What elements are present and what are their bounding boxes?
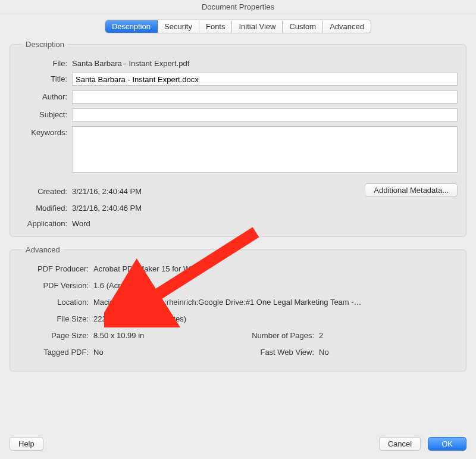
location-value: Macintosh HD:Users:rheinrich:Google Driv… <box>93 296 458 307</box>
modified-label: Modified: <box>18 202 67 213</box>
application-label: Application: <box>18 217 67 228</box>
producer-label: PDF Producer: <box>18 263 89 273</box>
location-label: Location: <box>18 296 89 307</box>
pagesize-label: Page Size: <box>18 329 89 340</box>
help-button[interactable]: Help <box>10 437 43 451</box>
fastweb-value: No <box>319 346 458 357</box>
modified-value: 3/21/16, 2:40:46 PM <box>72 202 458 213</box>
window-title: Document Properties <box>0 0 476 14</box>
author-input[interactable] <box>72 90 458 104</box>
created-value: 3/21/16, 2:40:44 PM <box>72 185 142 196</box>
advanced-group: Advanced PDF Producer: Acrobat PDFMaker … <box>10 245 466 371</box>
tagged-label: Tagged PDF: <box>18 346 89 357</box>
advanced-legend: Advanced <box>22 245 64 254</box>
description-group: Description File: Santa Barbara - Instan… <box>10 40 466 237</box>
subject-label: Subject: <box>18 108 67 119</box>
numpages-label: Number of Pages: <box>238 329 314 340</box>
keywords-label: Keywords: <box>18 126 67 137</box>
version-label: PDF Version: <box>18 279 89 290</box>
application-value: Word <box>72 217 458 228</box>
cancel-button[interactable]: Cancel <box>379 437 421 451</box>
filesize-value: 222.50 KB (227,841 Bytes) <box>93 313 458 323</box>
tabs-container: Description Security Fonts Initial View … <box>0 14 476 40</box>
filesize-label: File Size: <box>18 313 89 323</box>
tab-security[interactable]: Security <box>158 20 199 33</box>
producer-value: Acrobat PDFMaker 15 for Word <box>93 263 458 273</box>
tagged-value: No <box>93 346 238 357</box>
tab-initial-view[interactable]: Initial View <box>232 20 283 33</box>
subject-input[interactable] <box>72 108 458 121</box>
ok-button[interactable]: OK <box>428 437 466 451</box>
additional-metadata-button[interactable]: Additional Metadata... <box>365 183 458 197</box>
version-value: 1.6 (Acrobat 7.x) <box>93 279 458 290</box>
tab-fonts[interactable]: Fonts <box>199 20 233 33</box>
fastweb-label: Fast Web View: <box>238 346 314 357</box>
tab-bar: Description Security Fonts Initial View … <box>105 20 371 33</box>
title-input[interactable] <box>72 73 458 86</box>
author-label: Author: <box>18 90 67 101</box>
tab-custom[interactable]: Custom <box>283 20 323 33</box>
title-label: Title: <box>18 73 67 83</box>
pagesize-value: 8.50 x 10.99 in <box>93 329 238 340</box>
tab-description[interactable]: Description <box>105 20 158 33</box>
numpages-value: 2 <box>319 329 458 340</box>
tab-advanced[interactable]: Advanced <box>323 20 371 33</box>
created-label: Created: <box>18 185 67 196</box>
keywords-input[interactable] <box>72 126 458 173</box>
description-legend: Description <box>22 40 68 49</box>
dialog-footer: Help Cancel OK <box>0 429 476 459</box>
file-label: File: <box>18 57 67 68</box>
file-value: Santa Barbara - Instant Expert.pdf <box>72 57 458 68</box>
